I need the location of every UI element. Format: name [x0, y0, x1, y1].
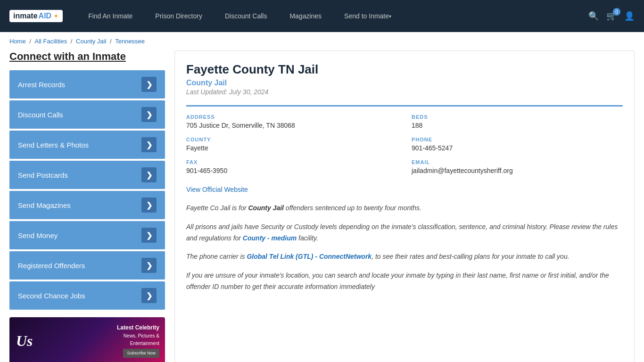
breadcrumb-county-jail[interactable]: County Jail [76, 38, 106, 45]
phone-value: 901-465-5247 [412, 144, 623, 152]
beds-label: BEDS [412, 114, 623, 120]
description-paragraph-2: All prisons and jails have Security or C… [186, 222, 623, 244]
beds-value: 188 [412, 122, 623, 129]
email-cell: EMAIL jailadmin@fayettecountysheriff.org [412, 159, 623, 174]
sidebar-item-send-money[interactable]: Send Money ❯ [9, 221, 165, 249]
sidebar: Connect with an Inmate Arrest Records ❯ … [9, 50, 165, 362]
search-icon[interactable]: 🔍 [588, 11, 599, 21]
email-label: EMAIL [412, 159, 623, 165]
breadcrumb-home[interactable]: Home [9, 38, 26, 45]
sidebar-item-label: Send Money [18, 231, 58, 239]
facility-info-grid: ADDRESS 705 Justice Dr, Somerville, TN 3… [186, 105, 623, 174]
breadcrumb-tennessee[interactable]: Tennessee [115, 38, 145, 45]
nav-magazines[interactable]: Magazines [278, 0, 333, 32]
arrow-icon: ❯ [141, 77, 157, 92]
logo-bird-icon: ✦ [53, 12, 59, 20]
address-value: 705 Justice Dr, Somerville, TN 38068 [186, 122, 397, 129]
sidebar-item-send-letters-photos[interactable]: Send Letters & Photos ❯ [9, 131, 165, 159]
description-paragraph-4: If you are unsure of your inmate's locat… [186, 270, 623, 293]
logo-inmate-text: inmate [13, 12, 38, 20]
address-label: ADDRESS [186, 114, 397, 120]
ad-subscribe-button[interactable]: Subscribe Now [123, 349, 159, 358]
county-label: COUNTY [186, 137, 397, 142]
sidebar-item-send-postcards[interactable]: Send Postcards ❯ [9, 161, 165, 189]
arrow-icon: ❯ [141, 258, 157, 273]
breadcrumb: Home / All Facilities / County Jail / Te… [0, 32, 644, 50]
county-cell: COUNTY Fayette [186, 137, 397, 152]
sidebar-item-label: Send Magazines [18, 201, 71, 209]
sidebar-item-label: Discount Calls [18, 111, 63, 119]
facility-last-updated: Last Updated: July 30, 2024 [186, 88, 623, 96]
nav-send-to-inmate[interactable]: Send to Inmate [333, 0, 403, 32]
official-website-link[interactable]: View Official Website [186, 186, 248, 193]
nav-menu: Find An Inmate Prison Directory Discount… [77, 0, 588, 32]
phone-label: PHONE [412, 137, 623, 142]
fax-label: FAX [186, 159, 397, 165]
sidebar-ad[interactable]: Us Latest Celebrity News, Pictures & Ent… [9, 317, 165, 362]
sidebar-menu: Arrest Records ❯ Discount Calls ❯ Send L… [9, 70, 165, 310]
ad-subtitle1: News, Pictures & [117, 333, 159, 339]
arrow-icon: ❯ [141, 167, 157, 182]
facility-content: Fayette County TN Jail County Jail Last … [174, 50, 635, 362]
beds-cell: BEDS 188 [412, 114, 623, 129]
sidebar-item-second-chance-jobs[interactable]: Second Chance Jobs ❯ [9, 281, 165, 310]
arrow-icon: ❯ [141, 137, 157, 152]
facility-description: Fayette Co Jail is for County Jail offen… [186, 203, 623, 293]
nav-discount-calls[interactable]: Discount Calls [214, 0, 278, 32]
nav-find-inmate[interactable]: Find An Inmate [77, 0, 144, 32]
sidebar-item-discount-calls[interactable]: Discount Calls ❯ [9, 100, 165, 129]
ad-title: Latest Celebrity [117, 324, 159, 332]
cart-badge: 0 [613, 8, 620, 16]
address-cell: ADDRESS 705 Justice Dr, Somerville, TN 3… [186, 114, 397, 129]
highlight-county-jail: County Jail [248, 204, 284, 212]
breadcrumb-sep-1: / [29, 38, 33, 45]
sidebar-item-label: Second Chance Jobs [18, 292, 85, 300]
ad-subtitle2: Entertainment [117, 340, 159, 347]
sidebar-item-registered-offenders[interactable]: Registered Offenders ❯ [9, 251, 165, 280]
sidebar-item-label: Send Letters & Photos [18, 141, 89, 149]
breadcrumb-sep-2: / [71, 38, 74, 45]
cart-icon[interactable]: 🛒 0 [606, 11, 617, 21]
county-value: Fayette [186, 144, 397, 152]
arrow-icon: ❯ [141, 107, 157, 122]
fax-cell: FAX 901-465-3950 [186, 159, 397, 174]
description-paragraph-1: Fayette Co Jail is for County Jail offen… [186, 203, 623, 214]
ad-logo: Us [9, 328, 40, 354]
logo[interactable]: inmate AID ✦ [9, 10, 63, 22]
navbar-icons: 🔍 🛒 0 👤 [588, 11, 635, 21]
arrow-icon: ❯ [141, 197, 157, 213]
main-layout: Connect with an Inmate Arrest Records ❯ … [0, 50, 644, 362]
description-paragraph-3: The phone carrier is Global Tel Link (GT… [186, 251, 623, 263]
arrow-icon: ❯ [141, 288, 157, 303]
breadcrumb-all-facilities[interactable]: All Facilities [35, 38, 67, 45]
navbar: inmate AID ✦ Find An Inmate Prison Direc… [0, 0, 644, 32]
facility-type: County Jail [186, 79, 623, 87]
nav-prison-directory[interactable]: Prison Directory [144, 0, 214, 32]
ad-text-block: Latest Celebrity News, Pictures & Entert… [111, 319, 165, 362]
sidebar-item-label: Send Postcards [18, 171, 68, 179]
sidebar-item-send-magazines[interactable]: Send Magazines ❯ [9, 191, 165, 219]
arrow-icon: ❯ [141, 228, 157, 243]
email-value: jailadmin@fayettecountysheriff.org [412, 167, 623, 174]
facility-title: Fayette County TN Jail [186, 62, 623, 77]
sidebar-title: Connect with an Inmate [9, 50, 165, 63]
fax-value: 901-465-3950 [186, 167, 397, 174]
breadcrumb-sep-3: / [110, 38, 113, 45]
highlight-county-medium: County - medium [243, 234, 297, 242]
sidebar-item-arrest-records[interactable]: Arrest Records ❯ [9, 70, 165, 99]
sidebar-item-label: Registered Offenders [18, 262, 85, 270]
highlight-gtl: Global Tel Link (GTL) - ConnectNetwork [247, 253, 372, 260]
phone-cell: PHONE 901-465-5247 [412, 137, 623, 152]
sidebar-item-label: Arrest Records [18, 81, 65, 89]
user-icon[interactable]: 👤 [624, 11, 635, 21]
logo-aid-text: AID [39, 12, 52, 20]
